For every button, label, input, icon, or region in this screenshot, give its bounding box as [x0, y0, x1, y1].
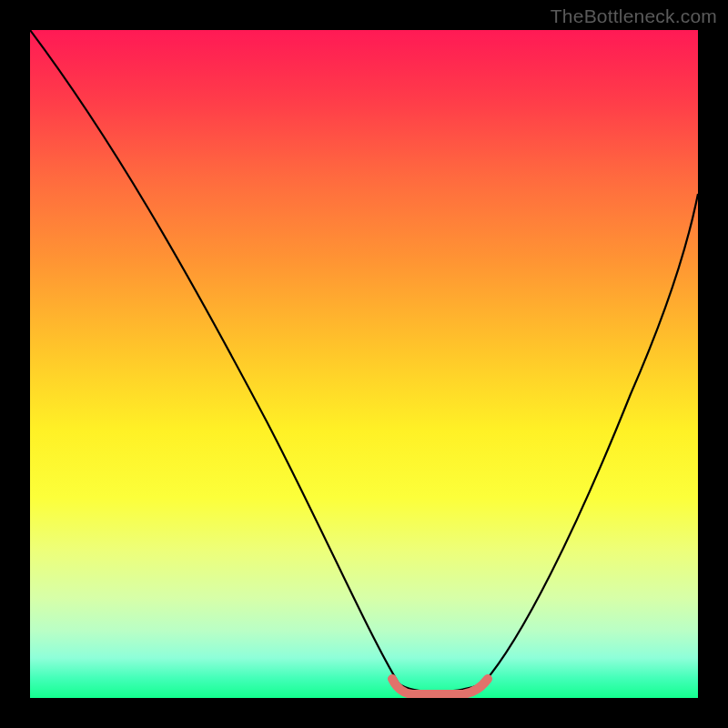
flat-bottom-segment	[392, 679, 488, 694]
bottleneck-curve	[30, 30, 698, 698]
chart-frame: TheBottleneck.com	[0, 0, 728, 728]
watermark-text: TheBottleneck.com	[551, 5, 717, 27]
curve-path	[30, 30, 698, 692]
